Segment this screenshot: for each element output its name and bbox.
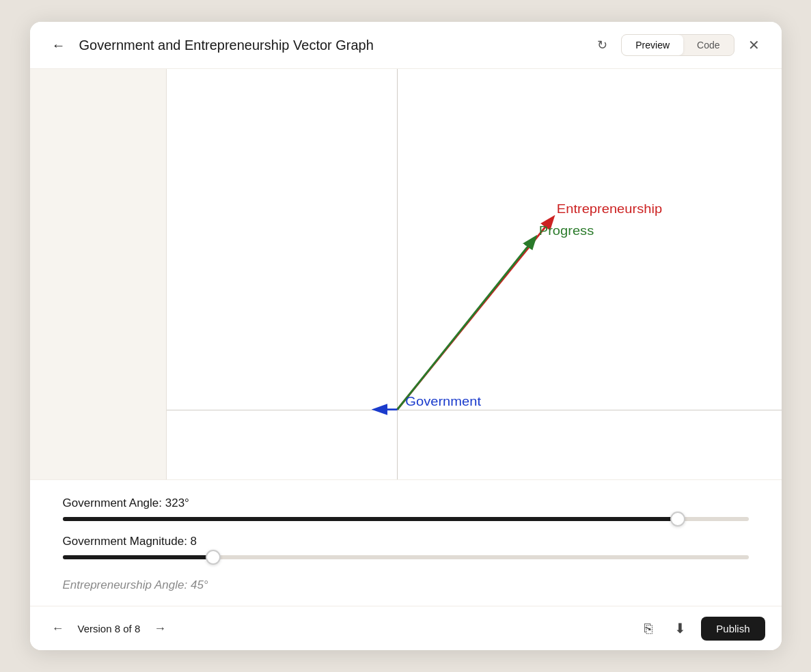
canvas-wrapper: Entrepreneurship Progress Government [30,69,782,479]
gov-magnitude-label: Government Magnitude: 8 [63,535,749,548]
gov-angle-fill [63,517,678,521]
copy-button[interactable]: ⎘ [637,617,659,641]
gov-angle-control: Government Angle: 323° [63,496,749,521]
modal-window: ← Government and Entrepreneurship Vector… [30,22,782,650]
graph-area: Entrepreneurship Progress Government [167,69,782,479]
progress-label: Progress [538,223,594,237]
footer-bar: ← Version 8 of 8 → ⎘ ⬇ Publish [30,606,782,650]
entrepreneurship-angle-partial: Entrepreneurship Angle: 45° [63,573,749,595]
government-label: Government [405,394,481,408]
publish-button[interactable]: Publish [701,617,765,641]
prev-version-button[interactable]: ← [46,619,70,639]
header: ← Government and Entrepreneurship Vector… [30,22,782,69]
gov-magnitude-control: Government Magnitude: 8 [63,535,749,559]
gov-angle-label: Government Angle: 323° [63,496,749,510]
back-button[interactable]: ← [46,35,71,56]
download-button[interactable]: ⬇ [668,616,693,641]
gov-angle-track[interactable] [63,517,749,521]
left-panel [30,69,167,479]
page-title: Government and Entrepreneurship Vector G… [79,38,584,53]
close-button[interactable]: ✕ [743,34,765,56]
tab-group: Preview Code [621,34,734,56]
refresh-button[interactable]: ↻ [592,35,613,55]
tab-preview[interactable]: Preview [622,35,683,55]
tab-code[interactable]: Code [683,35,733,55]
gov-magnitude-thumb[interactable] [206,550,221,565]
gov-magnitude-fill [63,555,214,559]
gov-angle-thumb[interactable] [670,512,685,527]
next-version-button[interactable]: → [148,619,171,639]
vector-graph: Entrepreneurship Progress Government [167,69,782,479]
version-label: Version 8 of 8 [78,623,141,634]
content-area: Entrepreneurship Progress Government Gov… [30,69,782,606]
controls-area: Government Angle: 323° Government Magnit… [30,479,782,606]
progress-vector [397,238,534,410]
entrepreneurship-label: Entrepreneurship [556,201,661,216]
gov-magnitude-track[interactable] [63,555,749,559]
